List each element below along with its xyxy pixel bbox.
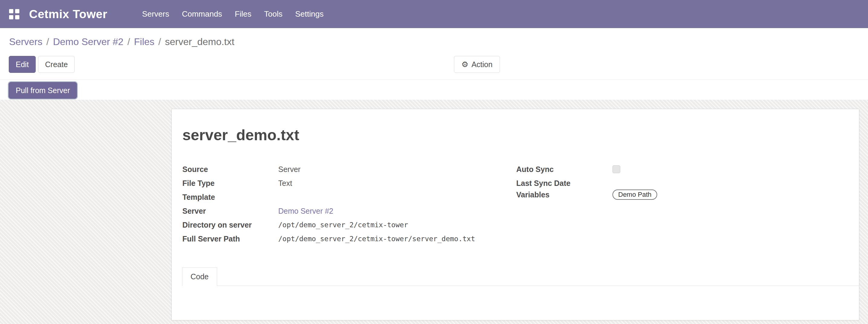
- nav-item-commands[interactable]: Commands: [182, 0, 222, 28]
- field-value-full-path: /opt/demo_server_2/cetmix-tower/server_d…: [278, 235, 475, 243]
- nav-item-settings[interactable]: Settings: [295, 0, 323, 28]
- nav-item-files[interactable]: Files: [235, 0, 251, 28]
- main-menu: Servers Commands Files Tools Settings: [142, 0, 323, 28]
- form-sheet: server_demo.txt Source Server File Type …: [172, 109, 859, 320]
- field-value-source: Server: [278, 165, 301, 174]
- breadcrumb-separator: /: [127, 36, 130, 47]
- breadcrumb-link-demo-server[interactable]: Demo Server #2: [53, 36, 123, 47]
- nav-item-tools[interactable]: Tools: [264, 0, 282, 28]
- field-groups: Source Server File Type Text Template Se…: [172, 162, 859, 246]
- field-label-auto-sync: Auto Sync: [516, 165, 613, 174]
- field-row-full-path: Full Server Path /opt/demo_server_2/cetm…: [182, 232, 516, 246]
- field-row-file-type: File Type Text: [182, 176, 516, 190]
- field-label-full-path: Full Server Path: [182, 234, 278, 243]
- create-button[interactable]: Create: [38, 56, 75, 73]
- field-label-template: Template: [182, 193, 278, 202]
- apps-menu-icon[interactable]: [9, 9, 19, 19]
- field-group-left: Source Server File Type Text Template Se…: [182, 162, 516, 246]
- breadcrumb-link-files[interactable]: Files: [134, 36, 155, 47]
- variable-tag-demo-path[interactable]: Demo Path: [613, 190, 657, 200]
- apps-grid-square: [9, 15, 13, 19]
- field-row-variables: Variables Demo Path: [516, 188, 819, 202]
- tab-code[interactable]: Code: [182, 267, 217, 286]
- pull-from-server-button[interactable]: Pull from Server: [9, 82, 77, 99]
- apps-grid-square: [9, 9, 13, 13]
- edit-button[interactable]: Edit: [9, 56, 36, 73]
- gear-icon: ⚙: [462, 60, 468, 68]
- form-toolbar: Edit Create ⚙ Action: [0, 56, 868, 79]
- breadcrumb-separator: /: [158, 36, 161, 47]
- field-label-variables: Variables: [516, 190, 613, 199]
- toolbar-divider: [0, 79, 868, 80]
- breadcrumb: Servers / Demo Server #2 / Files / serve…: [0, 28, 868, 55]
- app-brand[interactable]: Cetmix Tower: [29, 7, 107, 21]
- field-row-template: Template: [182, 190, 516, 204]
- content-area: server_demo.txt Source Server File Type …: [0, 100, 868, 324]
- record-title: server_demo.txt: [182, 127, 859, 143]
- field-label-source: Source: [182, 165, 278, 174]
- action-button[interactable]: ⚙ Action: [454, 56, 500, 73]
- field-row-directory: Directory on server /opt/demo_server_2/c…: [182, 218, 516, 232]
- breadcrumb-separator: /: [46, 36, 49, 47]
- field-row-source: Source Server: [182, 162, 516, 176]
- statusbar: Pull from Server: [0, 82, 868, 100]
- field-row-server: Server Demo Server #2: [182, 204, 516, 218]
- field-row-auto-sync: Auto Sync: [516, 162, 819, 176]
- apps-grid-square: [15, 9, 19, 13]
- breadcrumb-current: server_demo.txt: [165, 36, 234, 47]
- auto-sync-checkbox[interactable]: [613, 165, 620, 173]
- action-button-label: Action: [471, 60, 492, 69]
- top-navbar: Cetmix Tower Servers Commands Files Tool…: [0, 0, 868, 28]
- field-value-directory: /opt/demo_server_2/cetmix-tower: [278, 221, 408, 229]
- field-group-right: Auto Sync Last Sync Date Variables Demo …: [516, 162, 819, 246]
- apps-grid-square: [15, 15, 19, 19]
- field-value-file-type: Text: [278, 179, 292, 188]
- field-label-server: Server: [182, 207, 278, 216]
- field-value-server-link[interactable]: Demo Server #2: [278, 207, 333, 216]
- field-label-directory: Directory on server: [182, 221, 278, 229]
- notebook-tabs: Code: [182, 267, 859, 286]
- nav-item-servers[interactable]: Servers: [142, 0, 169, 28]
- breadcrumb-link-servers[interactable]: Servers: [9, 36, 42, 47]
- field-label-file-type: File Type: [182, 179, 278, 188]
- field-label-last-sync-date: Last Sync Date: [516, 179, 613, 188]
